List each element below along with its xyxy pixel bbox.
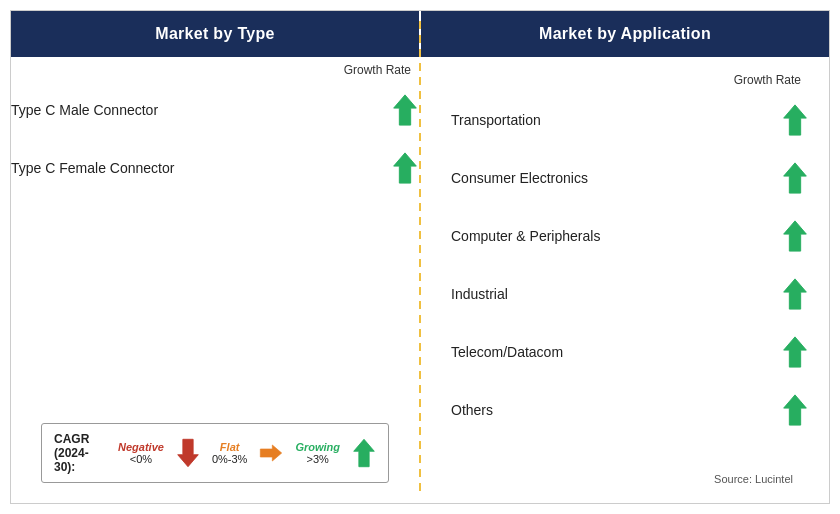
svg-marker-6 [784, 163, 807, 193]
svg-marker-2 [178, 439, 199, 466]
legend-flat: Flat 0%-3% [212, 441, 247, 465]
type-c-female-label: Type C Female Connector [11, 160, 174, 176]
right-panel-header: Market by Application [421, 11, 829, 57]
left-growth-rate-label: Growth Rate [11, 63, 419, 77]
up-arrow-green-icon [781, 219, 809, 253]
transportation-label: Transportation [451, 112, 541, 128]
right-panel-content: Growth Rate Transportation Consumer Elec… [421, 57, 829, 503]
up-arrow-green-icon [391, 93, 419, 127]
growing-label: Growing [295, 441, 340, 453]
svg-marker-9 [784, 337, 807, 367]
svg-marker-5 [784, 105, 807, 135]
list-item: Type C Female Connector [11, 139, 419, 197]
type-c-male-label: Type C Male Connector [11, 102, 158, 118]
list-item: Telecom/Datacom [451, 323, 809, 381]
svg-marker-8 [784, 279, 807, 309]
up-arrow-green-icon [781, 103, 809, 137]
others-label: Others [451, 402, 493, 418]
svg-marker-3 [261, 445, 282, 461]
list-item: Others [451, 381, 809, 439]
list-item: Type C Male Connector [11, 81, 419, 139]
telecom-datacom-label: Telecom/Datacom [451, 344, 563, 360]
svg-marker-0 [394, 95, 417, 125]
computer-peripherals-label: Computer & Peripherals [451, 228, 600, 244]
left-panel-header: Market by Type [11, 11, 419, 57]
source-text: Source: Lucintel [451, 473, 809, 493]
up-arrow-green-icon [781, 277, 809, 311]
consumer-electronics-label: Consumer Electronics [451, 170, 588, 186]
list-item: Industrial [451, 265, 809, 323]
legend-box: CAGR (2024-30): Negative <0% Flat 0%-3% [41, 423, 389, 483]
list-item: Consumer Electronics [451, 149, 809, 207]
svg-marker-1 [394, 153, 417, 183]
legend-growing: Growing >3% [295, 441, 340, 465]
right-growth-rate-label: Growth Rate [451, 73, 809, 87]
up-arrow-green-icon [781, 335, 809, 369]
industrial-label: Industrial [451, 286, 508, 302]
list-item: Computer & Peripherals [451, 207, 809, 265]
left-panel: Market by Type Growth Rate Type C Male C… [11, 11, 419, 503]
up-arrow-green-icon [781, 161, 809, 195]
cagr-label: CAGR (2024-30): [54, 432, 102, 474]
svg-marker-4 [354, 439, 375, 466]
list-item: Transportation [451, 91, 809, 149]
negative-label: Negative [118, 441, 164, 453]
right-arrow-orange-icon [259, 436, 283, 470]
main-container: Market by Type Growth Rate Type C Male C… [10, 10, 830, 504]
svg-marker-7 [784, 221, 807, 251]
flat-value: 0%-3% [212, 453, 247, 465]
svg-marker-10 [784, 395, 807, 425]
down-arrow-red-icon [176, 436, 200, 470]
legend-negative: Negative <0% [118, 441, 164, 465]
up-arrow-green-legend-icon [352, 436, 376, 470]
growing-value: >3% [307, 453, 329, 465]
left-panel-content: Growth Rate Type C Male Connector Type C… [11, 57, 419, 503]
up-arrow-green-icon [391, 151, 419, 185]
up-arrow-green-icon [781, 393, 809, 427]
right-panel: Market by Application Growth Rate Transp… [421, 11, 829, 503]
negative-value: <0% [130, 453, 152, 465]
flat-label: Flat [220, 441, 240, 453]
